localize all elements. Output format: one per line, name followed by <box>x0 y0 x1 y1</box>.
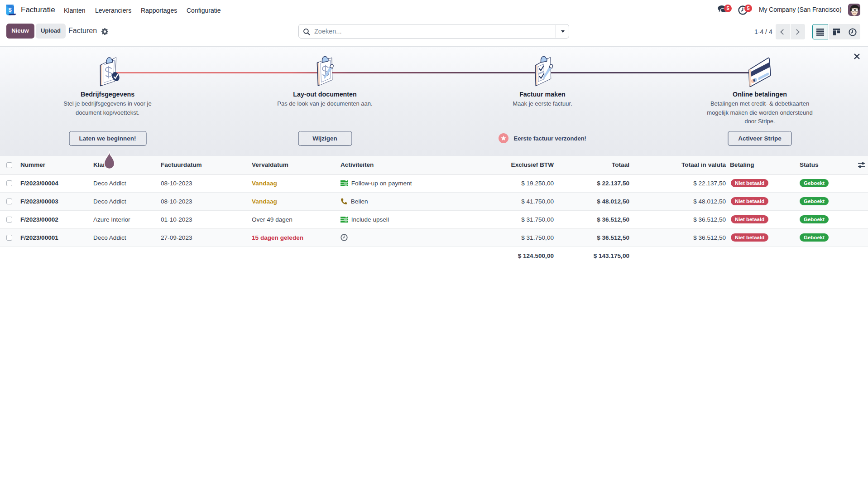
svg-text:$: $ <box>8 7 11 13</box>
